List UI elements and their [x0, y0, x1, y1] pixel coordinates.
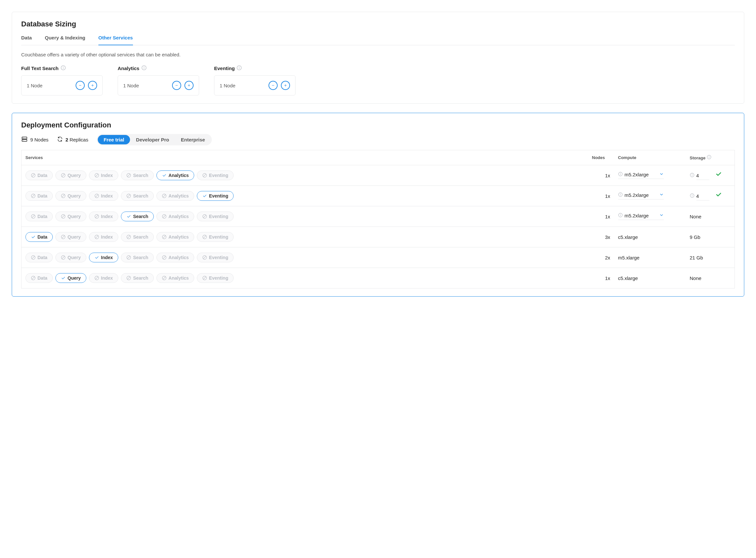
- service-pill-label: Search: [133, 234, 148, 239]
- service-pill-eventing[interactable]: Eventing: [197, 273, 234, 283]
- analytics-increment-button[interactable]: [184, 81, 193, 90]
- plan-developer-pro[interactable]: Developer Pro: [130, 135, 175, 144]
- service-pill-data[interactable]: Data: [25, 232, 53, 242]
- storage-input[interactable]: 4: [696, 193, 709, 200]
- check-icon: [95, 255, 99, 260]
- info-icon[interactable]: [707, 155, 711, 160]
- info-icon: [690, 173, 695, 178]
- info-icon: [618, 213, 623, 219]
- service-pill-eventing[interactable]: Eventing: [197, 211, 234, 221]
- deployment-title: Deployment Configuration: [21, 121, 735, 129]
- service-pill-search[interactable]: Search: [121, 273, 154, 283]
- ban-icon: [31, 214, 35, 219]
- service-pill-search[interactable]: Search: [121, 232, 154, 242]
- eventing-decrement-button[interactable]: [268, 81, 278, 90]
- service-pill-label: Query: [68, 214, 80, 219]
- check-icon: [61, 276, 66, 280]
- ban-icon: [162, 214, 166, 219]
- tab-other-services[interactable]: Other Services: [98, 31, 133, 45]
- service-pill-label: Eventing: [209, 275, 228, 281]
- service-pill-data[interactable]: Data: [25, 253, 53, 262]
- table-row: DataQueryIndexSearchAnalyticsEventing1xm…: [22, 206, 735, 227]
- service-pill-data[interactable]: Data: [25, 171, 53, 180]
- tab-query-indexing[interactable]: Query & Indexing: [45, 31, 85, 45]
- ban-icon: [126, 173, 131, 178]
- service-pill-search[interactable]: Search: [121, 253, 154, 262]
- service-pill-search[interactable]: Search: [121, 191, 154, 201]
- service-pill-query[interactable]: Query: [55, 191, 86, 201]
- service-pill-label: Query: [68, 173, 80, 178]
- deployment-table: Services Nodes Compute Storage DataQuery…: [21, 150, 735, 288]
- service-pill-analytics[interactable]: Analytics: [156, 253, 194, 262]
- service-pill-index[interactable]: Index: [89, 232, 119, 242]
- tab-data[interactable]: Data: [21, 31, 32, 45]
- compute-value: m5.2xlarge: [625, 213, 649, 219]
- info-icon[interactable]: [61, 65, 66, 71]
- nodes-cell: 1x: [588, 186, 614, 206]
- service-pill-query[interactable]: Query: [55, 211, 86, 221]
- service-pill-query[interactable]: Query: [55, 273, 86, 283]
- fts-label: Full Text Search: [21, 66, 59, 71]
- plan-enterprise[interactable]: Enterprise: [175, 135, 211, 144]
- service-pill-data[interactable]: Data: [25, 273, 53, 283]
- service-pill-analytics[interactable]: Analytics: [156, 232, 194, 242]
- service-pill-eventing[interactable]: Eventing: [197, 253, 234, 262]
- storage-value: 4: [696, 173, 699, 178]
- service-pill-data[interactable]: Data: [25, 211, 53, 221]
- fts-value: 1 Node: [27, 83, 42, 88]
- plan-free-trial[interactable]: Free trial: [98, 135, 130, 144]
- service-pill-index[interactable]: Index: [89, 171, 119, 180]
- service-pill-index[interactable]: Index: [89, 211, 119, 221]
- nodes-total: 9 Nodes: [30, 137, 49, 143]
- storage-input[interactable]: 4: [696, 173, 709, 180]
- service-pill-eventing[interactable]: Eventing: [197, 171, 234, 180]
- service-pill-analytics[interactable]: Analytics: [156, 171, 194, 180]
- deployment-config-panel: Deployment Configuration 9 Nodes 2 Repli…: [12, 113, 744, 297]
- service-pill-label: Search: [133, 193, 148, 199]
- service-pill-index[interactable]: Index: [89, 191, 119, 201]
- service-pill-label: Index: [101, 193, 113, 199]
- ban-icon: [162, 194, 166, 198]
- info-icon[interactable]: [141, 65, 147, 71]
- compute-select[interactable]: m5.2xlarge: [618, 192, 664, 200]
- storage-cell: 4: [686, 186, 735, 206]
- fts-group: Full Text Search 1 Node: [21, 65, 103, 96]
- service-pill-search[interactable]: Search: [121, 171, 154, 180]
- analytics-decrement-button[interactable]: [172, 81, 181, 90]
- fts-decrement-button[interactable]: [76, 81, 85, 90]
- service-pill-data[interactable]: Data: [25, 191, 53, 201]
- service-pill-index[interactable]: Index: [89, 253, 119, 262]
- compute-select[interactable]: m5.2xlarge: [618, 213, 664, 220]
- service-pill-query[interactable]: Query: [55, 232, 86, 242]
- service-pill-query[interactable]: Query: [55, 171, 86, 180]
- service-pill-label: Search: [133, 173, 148, 178]
- table-row: DataQueryIndexSearchAnalyticsEventing3xc…: [22, 227, 735, 247]
- ban-icon: [95, 276, 99, 280]
- info-icon[interactable]: [237, 65, 242, 71]
- summary-bar: 9 Nodes 2 Replicas Free trialDeveloper P…: [21, 134, 735, 145]
- table-row: DataQueryIndexSearchAnalyticsEventing1xm…: [22, 165, 735, 186]
- service-pill-eventing[interactable]: Eventing: [197, 232, 234, 242]
- info-icon: [618, 172, 623, 177]
- compute-select[interactable]: m5.2xlarge: [618, 172, 664, 179]
- info-icon: [690, 193, 695, 199]
- service-pill-eventing[interactable]: Eventing: [197, 191, 234, 201]
- service-pill-label: Eventing: [209, 193, 228, 199]
- nodes-cell: 1x: [588, 165, 614, 186]
- fts-increment-button[interactable]: [88, 81, 97, 90]
- service-pill-query[interactable]: Query: [55, 253, 86, 262]
- service-pill-analytics[interactable]: Analytics: [156, 191, 194, 201]
- ban-icon: [126, 255, 131, 260]
- service-pill-analytics[interactable]: Analytics: [156, 273, 194, 283]
- sizing-description: Couchbase offers a variety of other opti…: [21, 52, 735, 57]
- service-pill-index[interactable]: Index: [89, 273, 119, 283]
- compute-cell: m5.2xlarge: [614, 186, 686, 206]
- service-pill-analytics[interactable]: Analytics: [156, 211, 194, 221]
- storage-cell: 9 Gb: [686, 227, 735, 247]
- service-pill-label: Query: [68, 255, 80, 260]
- ban-icon: [61, 173, 66, 178]
- refresh-icon: [57, 136, 63, 143]
- service-pill-search[interactable]: Search: [121, 211, 154, 221]
- eventing-increment-button[interactable]: [281, 81, 290, 90]
- sizing-tabs: DataQuery & IndexingOther Services: [21, 31, 735, 45]
